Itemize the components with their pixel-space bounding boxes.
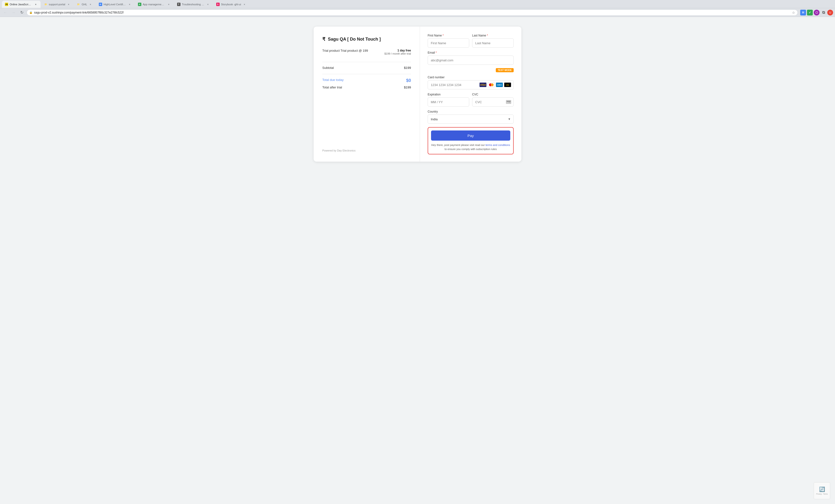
visa-icon: VISA [480, 82, 487, 87]
tab-label: support-portal [49, 3, 65, 6]
country-select-wrapper: India United States United Kingdom Canad… [428, 115, 514, 124]
tab-label: App management... [143, 3, 165, 6]
tab-favicon: 📁 [77, 3, 80, 6]
tab-close-button[interactable]: × [206, 2, 210, 6]
tab-close-button[interactable]: × [34, 2, 38, 6]
exp-cvc-row: Expiration CVC [428, 93, 514, 106]
tab-favicon: A [138, 3, 141, 6]
recaptcha-privacy: Privacy [816, 493, 822, 495]
tab-close-button[interactable]: × [89, 2, 93, 6]
tab-close-button[interactable]: × [167, 2, 171, 6]
recaptcha-widget: 🔄 Privacy - Terms [814, 482, 830, 499]
browser-tab[interactable]: JSOnline JavaScript...× [2, 1, 41, 8]
email-label-text: Email [428, 51, 435, 54]
terms-text-before: Hey there, post payment please visit rea… [431, 143, 485, 146]
tab-close-button[interactable]: × [67, 2, 70, 6]
forward-button[interactable]: → [10, 9, 17, 16]
svg-rect-2 [509, 102, 510, 103]
total-after-label: Total after trial [322, 85, 342, 89]
ext-button-purple[interactable]: ⬡ [814, 10, 819, 16]
lock-icon: 🔒 [29, 11, 33, 14]
free-badge: 1 day free [384, 49, 411, 52]
total-after-value: $199 [404, 85, 411, 89]
ext-button-green[interactable]: ✓ [807, 10, 813, 16]
last-name-input[interactable] [472, 38, 514, 47]
product-description: Trial product Trial product @ 199 [322, 49, 368, 53]
profile-avatar[interactable]: U [827, 10, 833, 16]
card-icons: VISA AMEX elo [480, 82, 511, 87]
tab-favicon: 📁 [44, 3, 47, 6]
test-mode-container: TEST MODE [428, 68, 514, 72]
email-input[interactable] [428, 56, 514, 65]
card-number-label: Card number [428, 76, 514, 79]
subtotal-label: Subtotal [322, 66, 334, 69]
tab-favicon: JS [5, 3, 8, 6]
last-name-label: Last Name * [472, 34, 514, 37]
first-name-label-text: First Name [428, 34, 442, 37]
svg-rect-0 [507, 101, 510, 103]
tab-close-button[interactable]: × [128, 2, 132, 6]
ext-button-blue[interactable]: H [800, 10, 806, 16]
browser-tab[interactable]: TTroubleshooting —...× [174, 1, 213, 8]
country-group: Country India United States United Kingd… [428, 110, 514, 124]
reload-button[interactable]: ↻ [18, 9, 25, 16]
country-label: Country [428, 110, 514, 113]
divider [322, 62, 411, 62]
page-content: ₹ Sagu QA [ Do Not Touch ] Trial product… [0, 17, 835, 504]
bookmark-icon[interactable]: ☆ [792, 11, 795, 15]
address-bar[interactable]: 🔒 sagu-prod-v2.sushinpv.com/payment-link… [26, 9, 798, 16]
browser-tab[interactable]: SStorybook -ghl-ui× [213, 1, 249, 8]
price-sub: $199 / month after trial [384, 52, 411, 55]
first-name-input[interactable] [428, 38, 469, 47]
total-due-label: Total due today [322, 78, 344, 83]
tab-close-button[interactable]: × [243, 2, 246, 6]
terms-text-after: to ensure you comply with subscription r… [445, 148, 497, 150]
cvc-wrapper [472, 97, 514, 106]
total-due-row: Total due today $0 [322, 78, 411, 83]
first-name-label: First Name * [428, 34, 469, 37]
product-name: Sagu QA [ Do Not Touch ] [328, 37, 381, 42]
terms-link[interactable]: terms and conditions [485, 143, 510, 146]
extensions-button[interactable]: ⧉ [820, 10, 826, 16]
card-number-group: Card number VISA AMEX elo [428, 76, 514, 89]
amex-icon: AMEX [496, 82, 503, 87]
tab-favicon: H [99, 3, 102, 6]
country-select[interactable]: India United States United Kingdom Canad… [428, 115, 514, 124]
tabs-bar: JSOnline JavaScript...×📁support-portal×📁… [0, 0, 835, 8]
email-label: Email * [428, 51, 514, 54]
left-panel: ₹ Sagu QA [ Do Not Touch ] Trial product… [313, 26, 420, 162]
browser-tab[interactable]: AApp management...× [135, 1, 174, 8]
recaptcha-links: Privacy - Terms [816, 493, 828, 495]
last-name-group: Last Name * [472, 34, 514, 47]
terms-text: Hey there, post payment please visit rea… [431, 143, 510, 151]
pay-button[interactable]: Pay [431, 130, 510, 141]
svg-rect-1 [507, 101, 510, 102]
product-price-right: 1 day free $199 / month after trial [384, 49, 411, 55]
expiration-input[interactable] [428, 97, 469, 106]
right-panel: First Name * Last Name * Email [420, 26, 522, 162]
total-after-row: Total after trial $199 [322, 85, 411, 89]
recaptcha-logo: 🔄 [819, 486, 825, 492]
last-name-label-text: Last Name [472, 34, 486, 37]
url-text: sagu-prod-v2.sushinpv.com/payment-link/6… [34, 11, 791, 14]
tab-label: Troubleshooting —... [182, 3, 205, 6]
expiration-label: Expiration [428, 93, 469, 96]
browser-tab[interactable]: 📁support-portal× [41, 1, 74, 8]
browser-tab[interactable]: 📁GHL× [74, 1, 96, 8]
first-name-group: First Name * [428, 34, 469, 47]
cvc-card-icon [506, 100, 511, 104]
card-input-wrapper: VISA AMEX elo [428, 80, 514, 89]
payment-card: ₹ Sagu QA [ Do Not Touch ] Trial product… [313, 26, 522, 162]
tab-label: Storybook -ghl-ui [221, 3, 241, 6]
back-button[interactable]: ← [2, 9, 9, 16]
subtotal-row: Subtotal $199 [322, 66, 411, 69]
rupee-icon: ₹ [322, 36, 325, 42]
cvc-label: CVC [472, 93, 514, 96]
email-group: Email * [428, 51, 514, 65]
tab-label: Online JavaScript... [10, 3, 33, 6]
email-required: * [435, 51, 437, 54]
recaptcha-terms: Terms [823, 493, 828, 495]
test-mode-badge: TEST MODE [496, 68, 514, 72]
browser-tab[interactable]: HHighLevel Certific...× [96, 1, 135, 8]
last-name-required: * [487, 34, 488, 37]
